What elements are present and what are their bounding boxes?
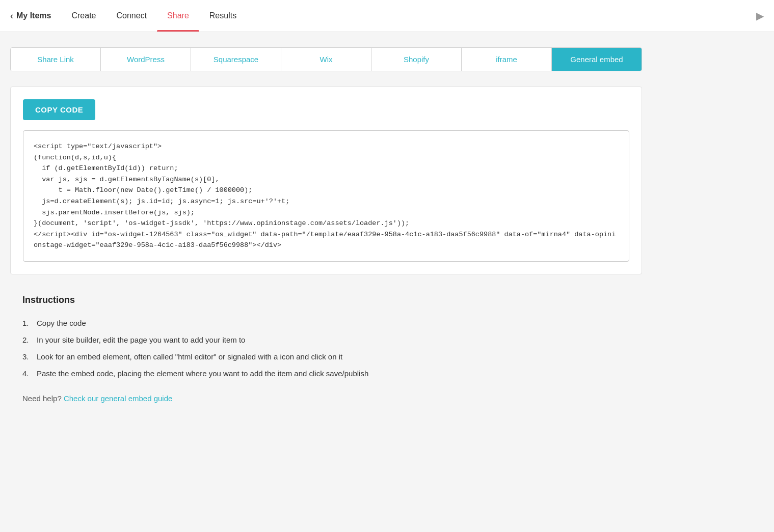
instruction-step-3: 3. Look for an embed element, often call… <box>22 348 630 365</box>
tab-share-link[interactable]: Share Link <box>11 48 101 71</box>
nav-tab-connect[interactable]: Connect <box>106 0 157 32</box>
back-link[interactable]: ‹ My Items <box>10 11 51 21</box>
back-label: My Items <box>16 11 51 20</box>
tab-wordpress[interactable]: WordPress <box>101 48 191 71</box>
tab-squarespace[interactable]: Squarespace <box>191 48 281 71</box>
cursor-icon: ▶ <box>756 10 764 22</box>
instructions-section: Instructions 1. Copy the code 2. In your… <box>10 285 642 418</box>
instruction-step-2: 2. In your site builder, edit the page y… <box>22 331 630 348</box>
nav-items: ‹ My Items Create Connect Share Results <box>10 0 247 32</box>
nav-tab-results[interactable]: Results <box>199 0 247 32</box>
copy-code-button[interactable]: COPY CODE <box>23 99 95 120</box>
help-text: Need help? Check our general embed guide <box>22 394 630 403</box>
main-content: Share Link WordPress Squarespace Wix Sho… <box>0 32 652 428</box>
instructions-list: 1. Copy the code 2. In your site builder… <box>22 315 630 382</box>
embed-tab-bar: Share Link WordPress Squarespace Wix Sho… <box>10 47 642 71</box>
instructions-title: Instructions <box>22 295 630 305</box>
nav-tab-create[interactable]: Create <box>61 0 106 32</box>
copy-code-section: COPY CODE <script type="text/javascript"… <box>10 87 642 274</box>
embed-code-block[interactable]: <script type="text/javascript"> (functio… <box>23 130 629 262</box>
top-nav: ‹ My Items Create Connect Share Results … <box>0 0 774 32</box>
instruction-step-4: 4. Paste the embed code, placing the ele… <box>22 365 630 382</box>
nav-right: ▶ <box>756 10 764 22</box>
tab-general-embed[interactable]: General embed <box>552 48 642 71</box>
help-link[interactable]: Check our general embed guide <box>64 394 172 403</box>
back-chevron-icon: ‹ <box>10 11 13 21</box>
tab-wix[interactable]: Wix <box>281 48 371 71</box>
tab-iframe[interactable]: iframe <box>462 48 552 71</box>
nav-tab-share[interactable]: Share <box>157 0 199 32</box>
tab-shopify[interactable]: Shopify <box>371 48 462 71</box>
instruction-step-1: 1. Copy the code <box>22 315 630 331</box>
